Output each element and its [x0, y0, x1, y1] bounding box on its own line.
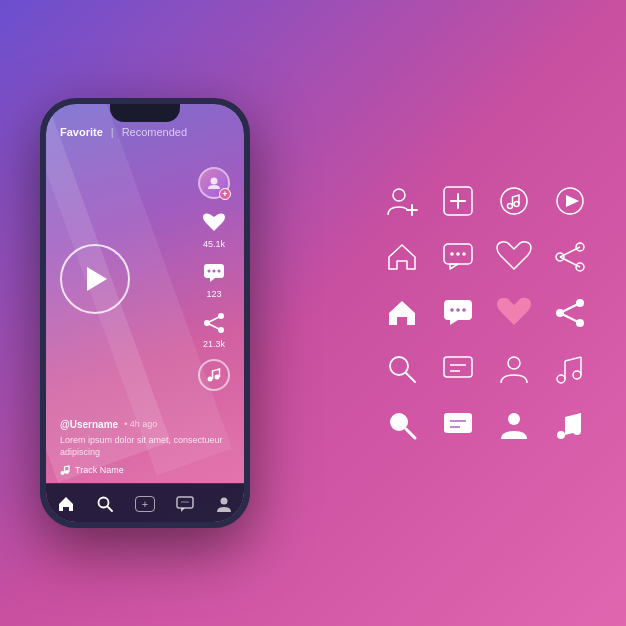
svg-point-31	[456, 252, 460, 256]
svg-line-8	[207, 316, 221, 323]
header-divider: |	[111, 126, 114, 138]
svg-point-30	[450, 252, 454, 256]
avatar[interactable]: +	[198, 167, 230, 199]
person-outline-icon[interactable]	[488, 343, 540, 395]
nav-home[interactable]	[51, 492, 81, 516]
play-area: + 45.1k	[46, 148, 244, 411]
share-outline-icon[interactable]	[544, 231, 596, 283]
phone-notch	[110, 104, 180, 122]
svg-point-39	[450, 308, 454, 312]
message-filled-icon[interactable]	[432, 399, 484, 451]
header-favorite-label[interactable]: Favorite	[60, 126, 103, 138]
like-count: 45.1k	[203, 239, 225, 249]
time-ago: • 4h ago	[124, 419, 157, 429]
svg-point-54	[573, 371, 581, 379]
user-add-outline-icon[interactable]	[376, 175, 428, 227]
nav-search[interactable]	[90, 492, 120, 516]
svg-point-19	[393, 189, 405, 201]
music-button[interactable]	[198, 359, 230, 391]
comment-count: 123	[206, 289, 221, 299]
nav-add[interactable]: +	[130, 492, 160, 516]
svg-point-4	[218, 270, 221, 273]
svg-rect-60	[444, 413, 472, 433]
bottom-nav: +	[46, 483, 244, 522]
screen-info: @Username • 4h ago Lorem ipsum dolor sit…	[46, 411, 244, 483]
message-outline-icon[interactable]	[432, 343, 484, 395]
chat-outline-icon[interactable]	[432, 231, 484, 283]
svg-point-40	[456, 308, 460, 312]
share-action[interactable]: 21.3k	[200, 309, 228, 349]
header-recommended-label[interactable]: Recomended	[122, 126, 187, 138]
svg-line-37	[560, 257, 580, 267]
music-outline-icon[interactable]	[544, 343, 596, 395]
svg-point-32	[462, 252, 466, 256]
play-button[interactable]	[60, 244, 130, 314]
nav-profile[interactable]	[209, 492, 239, 516]
heart-filled-pink-icon[interactable]	[488, 287, 540, 339]
play-icon	[87, 267, 107, 291]
user-meta: @Username • 4h ago	[60, 419, 230, 430]
caption-text: Lorem ipsum dolor sit amet, consectueur …	[60, 434, 230, 459]
comment-action[interactable]: 123	[200, 259, 228, 299]
heart-icon	[200, 209, 228, 237]
phone-screen: Favorite | Recomended	[46, 104, 244, 522]
username[interactable]: @Username	[60, 419, 118, 430]
comment-icon	[200, 259, 228, 287]
svg-point-53	[557, 375, 565, 383]
music-filled-icon[interactable]	[544, 399, 596, 451]
share-icon	[200, 309, 228, 337]
svg-line-46	[560, 313, 580, 323]
home-filled-icon[interactable]	[376, 287, 428, 339]
person-filled-icon[interactable]	[488, 399, 540, 451]
like-action[interactable]: 45.1k	[200, 209, 228, 249]
svg-point-3	[213, 270, 216, 273]
home-outline-icon[interactable]	[376, 231, 428, 283]
music-note-small-icon	[60, 465, 70, 475]
svg-line-15	[108, 507, 113, 512]
svg-point-13	[65, 470, 69, 474]
share-count: 21.3k	[203, 339, 225, 349]
add-box-icon: +	[135, 496, 155, 512]
icons-grid	[376, 175, 596, 451]
svg-point-18	[221, 498, 228, 505]
svg-point-64	[557, 431, 565, 439]
svg-line-9	[207, 323, 221, 330]
svg-point-41	[462, 308, 466, 312]
search-outline-icon[interactable]	[376, 343, 428, 395]
play-circle-outline-icon[interactable]	[544, 175, 596, 227]
music-circle-outline-icon[interactable]	[488, 175, 540, 227]
chat-filled-icon[interactable]	[432, 287, 484, 339]
phone: Favorite | Recomended	[40, 98, 250, 528]
svg-point-0	[211, 178, 218, 185]
nav-message[interactable]	[170, 492, 200, 516]
track-row: Track Name	[60, 465, 230, 475]
svg-line-48	[406, 373, 415, 382]
svg-point-27	[514, 202, 519, 207]
share-filled-icon[interactable]	[544, 287, 596, 339]
svg-point-63	[508, 413, 520, 425]
svg-point-2	[208, 270, 211, 273]
search-filled-icon[interactable]	[376, 399, 428, 451]
svg-point-25	[501, 188, 527, 214]
side-actions: + 45.1k	[198, 167, 230, 391]
heart-outline-icon[interactable]	[488, 231, 540, 283]
svg-line-57	[565, 357, 581, 361]
svg-line-59	[406, 429, 415, 438]
svg-line-36	[560, 247, 580, 257]
follow-plus-icon: +	[219, 188, 231, 200]
svg-rect-49	[444, 357, 472, 377]
svg-line-45	[560, 303, 580, 313]
svg-point-52	[508, 357, 520, 369]
add-box-outline-icon[interactable]	[432, 175, 484, 227]
track-name: Track Name	[75, 465, 124, 475]
